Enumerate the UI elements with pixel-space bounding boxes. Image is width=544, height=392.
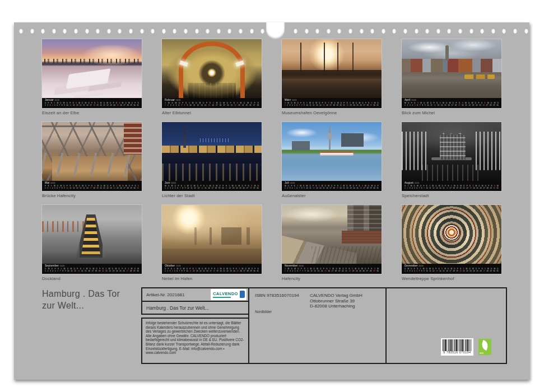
month-photo — [42, 205, 142, 264]
day-number-row: 1234567891011121314151617181920212223242… — [285, 104, 379, 106]
month-thumbnail: April 2026 MDFSSMDMDFSSMDMDFSSMDMDFSSMDM… — [402, 39, 501, 108]
day-number-row: 1234567891011121314151617181920212223242… — [285, 187, 379, 189]
month-caption: Nebel im Hafen — [162, 276, 262, 281]
month-cell: April 2026 MDFSSMDMDFSSMDMDFSSMDMDFSSMDM… — [402, 39, 501, 122]
month-cell: Oktober 2026 DFSSMDMDFSSMDMDFSSMDMDFSSMD… — [162, 205, 262, 288]
mini-calendar-strip: Juli 2026 MDFSSMDMDFSSMDMDFSSMDMDFSSMDMD… — [282, 181, 382, 191]
month-caption: Wendeltreppe Sprinkenhof — [402, 276, 501, 281]
month-caption: Speicherstadt — [402, 193, 501, 198]
box-divider — [385, 288, 387, 363]
month-thumbnail: Februar 2026 SMDMDFSSMDMDFSSMDMDFSSMDMDF… — [162, 39, 262, 108]
binding-hole — [458, 28, 462, 34]
binding-hole — [85, 28, 89, 34]
eco-leaf-icon — [480, 340, 490, 351]
barcode: 9 783516 070194 — [441, 338, 473, 356]
article-number-box: Artikel-Nr. 2021681 CALVENDO — [141, 287, 249, 302]
day-number-row: 1234567891011121314151617181920212223242… — [404, 104, 499, 106]
calendar-back-sheet: Januar 2026 DFSSMDMDFSSMDMDFSSMDMDFSSMDM… — [14, 22, 529, 380]
binding-hole — [74, 28, 78, 34]
binding-hole — [107, 28, 111, 34]
binding-hole — [30, 28, 34, 34]
binding-hole — [480, 28, 484, 34]
month-photo — [282, 122, 382, 181]
publisher-line1: CALVENDO Verlag GmbH — [310, 293, 362, 298]
mini-calendar-strip: Dezember 2026 DMDFSSMDMDFSSMDMDFSSMDMDFS… — [402, 264, 501, 274]
month-photo — [282, 39, 382, 98]
publisher-line2: Ottobrunner Straße 39 — [310, 298, 362, 304]
mini-calendar-strip: Oktober 2026 DFSSMDMDFSSMDMDFSSMDMDFSSMD… — [162, 264, 262, 274]
binding-hole — [469, 28, 473, 34]
photo-detail — [445, 45, 449, 60]
binding-hole — [184, 28, 188, 34]
binding-hole — [96, 28, 100, 34]
month-caption: Außenalster — [282, 193, 382, 198]
binding-hole — [52, 28, 56, 34]
binding-hole — [403, 28, 407, 34]
barcode-digits: 9 783516 070194 — [441, 351, 473, 354]
eco-label: eco — [480, 352, 483, 354]
day-number-row: 1234567891011121314151617181920212223242… — [404, 270, 499, 272]
binding-hole — [173, 28, 176, 34]
binding-hole — [63, 28, 67, 34]
day-number-row: 1234567891011121314151617181920212223242… — [45, 104, 139, 106]
calvendo-logo-mark-icon — [240, 291, 245, 298]
month-cell: Juli 2026 MDFSSMDMDFSSMDMDFSSMDMDFSSMDMD… — [282, 122, 382, 205]
binding-hole — [195, 28, 199, 34]
binding-hole — [370, 28, 374, 34]
binding-hole — [227, 28, 231, 34]
photo-detail — [320, 152, 354, 156]
photo-detail — [431, 157, 471, 160]
mini-calendar-strip: März 2026 SMDMDFSSMDMDFSSMDMDFSSMDMDFSSM… — [282, 98, 382, 108]
month-caption: Brücke Hafencity — [42, 193, 142, 198]
day-number-row: 1234567891011121314151617181920212223242… — [165, 270, 259, 272]
binding-hole — [502, 28, 506, 34]
binding-hole — [129, 28, 133, 34]
month-cell: November 2026 SMDMDFSSMDMDFSSMDMDFSSMDMD… — [282, 205, 382, 288]
legal-box: Infolge bestehender Schutzrechte ist es … — [141, 318, 249, 364]
month-thumbnail: März 2026 SMDMDFSSMDMDFSSMDMDFSSMDMDFSSM… — [282, 39, 382, 108]
binding-hole — [140, 28, 144, 34]
month-thumbnail: Oktober 2026 DFSSMDMDFSSMDMDFSSMDMDFSSMD… — [162, 205, 262, 274]
photo-detail — [342, 231, 382, 244]
calvendo-logo: CALVENDO — [211, 289, 247, 300]
binding-hole — [491, 28, 495, 34]
month-caption: Blick zum Michel — [402, 110, 501, 115]
mini-calendar-strip: Mai 2026 FSSMDMDFSSMDMDFSSMDMDFSSMDMDFSS… — [42, 181, 142, 191]
binding-hole — [348, 28, 352, 34]
day-number-row: 1234567891011121314151617181920212223242… — [45, 187, 139, 189]
publisher-box: ISBN 9783516070194 CALVENDO Verlag GmbH … — [248, 287, 507, 364]
month-thumbnail: August 2026 SSMDMDFSSMDMDFSSMDMDFSSMDMDF… — [402, 122, 501, 191]
month-thumbnail: November 2026 SMDMDFSSMDMDFSSMDMDFSSMDMD… — [282, 205, 382, 274]
photo-detail — [464, 74, 494, 79]
mini-calendar-strip: August 2026 SSMDMDFSSMDMDFSSMDMDFSSMDMDF… — [402, 181, 501, 191]
page-title-line2: zur Welt... — [42, 300, 120, 311]
eco-logo: eco — [478, 339, 491, 355]
month-photo — [162, 122, 262, 181]
month-caption: Museumshafen Oevelgönne — [282, 110, 382, 115]
binding-hole — [392, 28, 396, 34]
binding-hole — [337, 28, 341, 34]
binding-hole — [217, 28, 221, 34]
binding-hole — [162, 28, 166, 34]
photo-detail — [200, 138, 230, 142]
month-cell: Mai 2026 FSSMDMDFSSMDMDFSSMDMDFSSMDMDFSS… — [42, 122, 142, 205]
month-cell: August 2026 SSMDMDFSSMDMDFSSMDMDFSSMDMDF… — [402, 122, 501, 205]
day-number-row: 1234567891011121314151617181920212223242… — [165, 104, 259, 106]
photo-detail — [444, 225, 459, 240]
mini-calendar-strip: Januar 2026 DFSSMDMDFSSMDMDFSSMDMDFSSMDM… — [42, 98, 142, 108]
photo-detail — [329, 127, 331, 150]
binding-hole — [425, 28, 429, 34]
month-photo — [42, 39, 142, 98]
binding-hole — [315, 28, 319, 34]
photo-detail — [182, 126, 188, 148]
binding-hole — [447, 28, 451, 34]
month-cell: Februar 2026 SMDMDFSSMDMDFSSMDMDFSSMDMDF… — [162, 39, 262, 122]
month-photo — [42, 122, 142, 181]
day-number-row: 1234567891011121314151617181920212223242… — [165, 187, 259, 189]
page-title: Hamburg . Das Tor zur Welt... — [42, 288, 120, 311]
isbn: ISBN 9783516070194 — [255, 293, 299, 298]
month-photo — [402, 205, 501, 264]
month-thumbnail: Juni 2026 MDMDFSSMDMDFSSMDMDFSSMDMDFSSMD… — [162, 122, 262, 191]
calvendo-tagline — [213, 297, 231, 298]
binding-hole — [239, 28, 243, 34]
